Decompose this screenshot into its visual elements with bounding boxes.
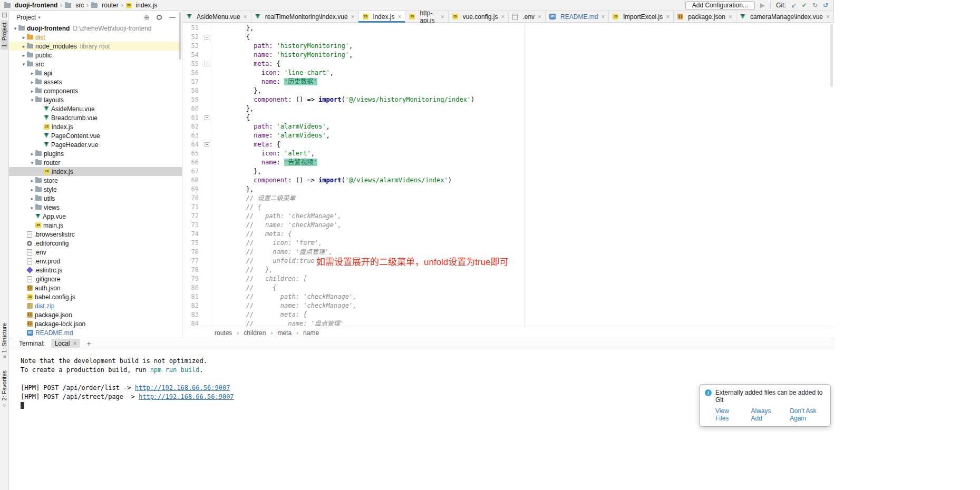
close-icon[interactable]: × [729,13,732,21]
editor-tab[interactable]: realTimeMonitoring\index.vue× [251,11,359,22]
breadcrumb-item[interactable]: src [65,2,84,9]
code-line[interactable]: 57 name: '历史数据' [183,77,834,86]
code-line[interactable]: 60 }, [183,104,834,113]
code-line[interactable]: 52 { [183,33,834,42]
editor-tab[interactable]: .env× [509,11,546,22]
chevron-icon[interactable]: ▸ [29,205,35,210]
code-line[interactable]: 84 // name: '盘点管理' [183,319,834,328]
tree-item[interactable]: ▸views [9,203,182,212]
tree-item[interactable]: AsideMenu.vue [9,104,182,113]
code-line[interactable]: 81 // path: 'checkManage', [183,292,834,301]
chevron-icon[interactable]: ▸ [21,53,27,58]
code-line[interactable]: 66 name: '告警视频' [183,158,834,167]
editor-tab[interactable]: importExcel.js× [609,11,674,22]
code-line[interactable]: 72 // path: 'checkManage', [183,212,834,221]
chevron-icon[interactable]: ▸ [29,89,35,94]
close-icon[interactable]: × [601,13,605,21]
tree-item[interactable]: .eslintrc.js [9,266,182,275]
hide-panel-icon[interactable]: — [169,14,176,21]
tree-item[interactable]: ▸utils [9,194,182,203]
tree-item[interactable]: package.json [9,310,182,319]
tree-item[interactable]: .env [9,248,182,257]
terminal-link[interactable]: http://192.168.66.56:9007 [135,384,230,391]
code-line[interactable]: 56 icon: 'line-chart', [183,68,834,77]
tree-item[interactable]: index.js [9,122,182,131]
tree-item[interactable]: PageContent.vue [9,131,182,140]
tree-item[interactable]: .gitignore [9,275,182,283]
code-line[interactable]: 82 // name: 'checkManage', [183,301,834,310]
fold-icon[interactable] [205,35,209,40]
code-line[interactable]: 53 path: 'historyMonitoring', [183,42,834,51]
code-line[interactable]: 75 // icon: 'form', [183,239,834,248]
code-line[interactable]: 64 meta: { [183,140,834,149]
code-line[interactable]: 63 name: 'alarmVideos', [183,131,834,140]
tree-item[interactable]: babel.config.js [9,292,182,301]
project-panel-title[interactable]: Project [16,14,36,21]
chevron-icon[interactable]: ▾ [29,97,35,103]
tree-item[interactable]: ▸node_moduleslibrary root [9,42,182,51]
close-icon[interactable]: × [441,13,444,21]
fold-icon[interactable] [205,62,209,66]
tree-item[interactable]: .browserslistrc [9,230,182,239]
tree-item[interactable]: ▸components [9,86,182,95]
editor-tab[interactable]: index.js× [359,11,406,22]
add-configuration-button[interactable]: Add Configuration... [685,1,755,10]
breadcrumb-item[interactable]: index.js [126,2,158,9]
editor-tab[interactable]: AsideMenu.vue× [183,11,251,22]
close-icon[interactable]: × [244,13,247,21]
git-commit-icon[interactable]: ✔ [802,2,807,8]
editor-body[interactable]: 51 },52 {53 path: 'historyMonitoring',54… [183,23,834,328]
chevron-down-icon[interactable]: ▾ [38,15,41,20]
chevron-icon[interactable]: ▸ [29,178,35,183]
chevron-icon[interactable]: ▾ [12,26,18,31]
breadcrumb-item[interactable]: name [303,329,319,337]
code-line[interactable]: 68 component: () => import('@/views/alar… [183,176,834,185]
gear-icon[interactable] [157,15,162,20]
close-icon[interactable]: × [397,13,401,21]
code-line[interactable]: 74 // meta: { [183,230,834,239]
fold-icon[interactable] [205,142,209,147]
code-line[interactable]: 69 }, [183,185,834,194]
tree-item[interactable]: ▾duoji-frontendD:\zheheWeb\duoji-fronten… [9,24,182,33]
code-line[interactable]: 65 icon: 'alert', [183,149,834,158]
tree-item[interactable]: README.md [9,328,182,337]
code-line[interactable]: 58 }, [183,86,834,95]
editor-scrollbar[interactable] [830,24,833,87]
tree-item[interactable]: ▸assets [9,77,182,86]
tree-item[interactable]: ▾layouts [9,95,182,104]
chevron-icon[interactable]: ▾ [21,62,27,67]
breadcrumb-item[interactable]: duoji-frontend [4,2,57,9]
tree-item[interactable]: package-lock.json [9,319,182,328]
notification-action[interactable]: View Files [715,407,739,422]
tree-item[interactable]: App.vue [9,212,182,221]
code-line[interactable]: 83 // meta: { [183,310,834,319]
chevron-icon[interactable]: ▸ [29,71,35,76]
tree-item[interactable]: ▸store [9,176,182,185]
git-rollback-icon[interactable]: ↺ [823,2,828,8]
tool-window-switcher-icon[interactable] [2,13,7,17]
tree-item[interactable]: .env.prod [9,257,182,266]
code-line[interactable]: 59 component: () => import('@/views/hist… [183,95,834,104]
code-line[interactable]: 62 path: 'alarmVideos', [183,122,834,131]
tree-item[interactable]: ▸plugins [9,149,182,158]
tool-button-favorites[interactable]: ☆ 2: Favorites [1,370,7,408]
breadcrumb-item[interactable]: router [91,2,118,9]
terminal-tab-local[interactable]: Local × [51,339,81,348]
breadcrumb-item[interactable]: children [244,329,266,337]
tree-item[interactable]: main.js [9,221,182,230]
editor-tab[interactable]: cameraManage\index.vue× [736,11,834,22]
code-line[interactable]: 61 { [183,113,834,122]
tree-item[interactable]: index.js [9,167,182,176]
locate-file-icon[interactable]: ⊕ [144,14,149,21]
chevron-icon[interactable]: ▸ [29,151,35,156]
code-line[interactable]: 51 }, [183,24,834,33]
tree-item[interactable]: Breadcrumb.vue [9,113,182,122]
breadcrumb-item[interactable]: routes [215,329,232,337]
close-icon[interactable]: × [351,13,355,21]
notification-action[interactable]: Always Add [751,407,778,422]
chevron-icon[interactable]: ▸ [29,196,35,201]
tree-item[interactable]: auth.json [9,283,182,292]
git-history-icon[interactable]: ↻ [812,2,818,8]
chevron-icon[interactable]: ▸ [21,44,27,49]
terminal-panel-label[interactable]: Terminal: [19,340,45,347]
